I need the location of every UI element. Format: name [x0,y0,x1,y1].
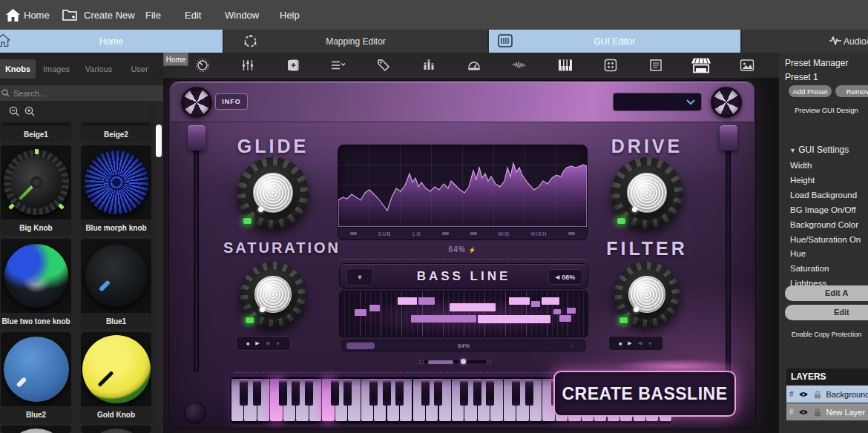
setting-background-color[interactable]: Background Color [790,220,858,229]
left-fader-handle[interactable] [188,125,206,151]
setting-width[interactable]: Width [790,161,812,170]
list-item-partial[interactable] [1,426,71,433]
tab-audio-midi[interactable]: Audio/M [742,30,868,53]
tab-various[interactable]: Various [79,59,119,79]
drive-knob[interactable] [611,157,683,228]
list-item-beige2[interactable]: Beige2 [81,122,151,142]
lock-icon[interactable] [813,390,822,399]
seq-scroll-handle[interactable] [346,343,375,349]
piano-black-key[interactable] [305,379,313,406]
preset-dropdown[interactable] [613,93,702,111]
piano-black-key[interactable] [460,379,468,406]
list-item-partial[interactable] [81,426,151,433]
list-item-blue-two-tone[interactable]: Blue two tone knob [1,239,71,329]
add-preset-button[interactable]: Add Preset [789,85,832,97]
piano-black-key[interactable] [486,379,494,406]
remove-preset-button[interactable]: Remove P [835,85,868,97]
sliders-icon[interactable] [241,59,254,72]
piano-black-key[interactable] [512,379,520,406]
glide-knob[interactable] [237,157,309,228]
right-fader-handle[interactable] [720,125,737,151]
tab-user[interactable]: User [123,59,156,79]
list-item-gold-knob[interactable]: Gold Knob [81,332,151,423]
level-meter-icon[interactable] [422,59,435,72]
left-fader-track[interactable] [194,127,199,371]
edit-button-2[interactable]: Edit [785,305,868,320]
setting-saturation[interactable]: Saturation [790,264,829,273]
waveform-icon[interactable] [512,60,527,70]
setting-height[interactable]: Height [790,176,815,185]
sidebar-scrollbar[interactable] [156,125,162,157]
pad-grid-icon[interactable] [604,59,617,72]
piano-black-key[interactable] [240,379,248,406]
eye-icon[interactable] [798,391,809,398]
piano-black-key[interactable] [331,379,339,406]
dropdown-menu-icon[interactable] [331,60,346,70]
knob-icon[interactable] [196,59,210,73]
preset-browser-icon[interactable] [691,57,711,74]
piano-black-key[interactable] [473,379,481,406]
piano-icon[interactable] [558,59,573,72]
saturation-knob[interactable] [240,262,306,327]
menu-help[interactable]: Help [280,0,300,30]
tab-mapping-editor[interactable]: Mapping Editor [224,30,487,53]
stop-icon[interactable]: ■ [246,341,249,346]
info-button[interactable]: INFO [215,93,248,110]
piano-black-key[interactable] [369,379,378,406]
filter-knob[interactable] [614,262,680,327]
down-icon[interactable]: ▼ [648,341,653,346]
layer-row-background[interactable]: # Background [786,386,868,403]
piano-black-key[interactable] [525,379,533,406]
setting-hue-saturation[interactable]: Hue/Saturation On [790,235,861,244]
list-item-blue2[interactable]: Blue2 [1,332,71,423]
step-sequencer[interactable] [339,291,588,337]
folder-plus-icon[interactable] [62,0,77,30]
play-icon[interactable]: ▶ [255,340,259,346]
slider-thumb[interactable] [461,359,466,364]
piano-black-key[interactable] [343,379,352,406]
collapse-triangle-icon[interactable]: ▼ [789,147,796,154]
horizontal-slider[interactable] [419,358,491,365]
lock-icon[interactable] [813,408,822,417]
list-item-beige1[interactable]: Beige1 [1,122,71,142]
image-icon[interactable] [740,59,754,71]
menu-window[interactable]: Window [225,0,259,30]
eye-icon[interactable] [798,409,809,416]
list-item-blue-morph[interactable]: Blue morph knob [81,145,151,236]
menu-file[interactable]: File [145,0,161,30]
copy-protection-label[interactable]: Enable Copy Protection [785,331,868,338]
saturation-transport-strip[interactable]: ■ ▶ ◀ ▼ [236,336,291,351]
gui-settings-header[interactable]: ▼ GUI Settings [789,145,849,155]
add-button-icon[interactable] [286,59,300,72]
preview-gui-link[interactable]: Preview GUI Design [785,106,868,114]
edit-button-1[interactable]: Edit A [785,285,868,301]
create-bassline-button[interactable]: CREATE BASSLINE [553,371,736,417]
piano-black-key[interactable] [421,379,430,406]
setting-bg-image[interactable]: BG Image On/Off [790,205,856,214]
tab-gui-editor[interactable]: GUI Editor [489,30,740,53]
menu-home[interactable]: Home [24,0,50,30]
list-item-big-knob[interactable]: Big Knob [1,145,71,236]
tab-knobs[interactable]: Knobs [0,59,36,79]
seq-right-arrow[interactable]: › [559,343,585,349]
tab-home[interactable]: Home [0,30,223,53]
piano-black-key[interactable] [253,379,261,406]
piano-black-key[interactable] [292,379,300,406]
home-icon[interactable] [6,0,20,30]
prev-icon[interactable]: ◀ [638,340,642,346]
play-icon[interactable]: ▶ [628,340,631,346]
piano-black-key[interactable] [395,379,404,406]
menu-edit[interactable]: Edit [185,0,201,30]
stop-icon[interactable]: ■ [619,341,622,346]
search-input[interactable]: Search... [0,85,163,101]
tab-images[interactable]: Images [39,59,74,79]
menu-create-new[interactable]: Create New [84,0,135,30]
tag-icon[interactable] [377,59,390,72]
text-block-icon[interactable] [649,59,662,72]
piano-black-key[interactable] [383,379,391,406]
piano-black-key[interactable] [434,379,442,406]
zoom-in-icon[interactable] [23,105,36,118]
down-icon[interactable]: ▼ [275,341,280,346]
prev-icon[interactable]: ◀ [266,340,269,346]
bassline-percent[interactable]: ◀06% [548,269,582,285]
